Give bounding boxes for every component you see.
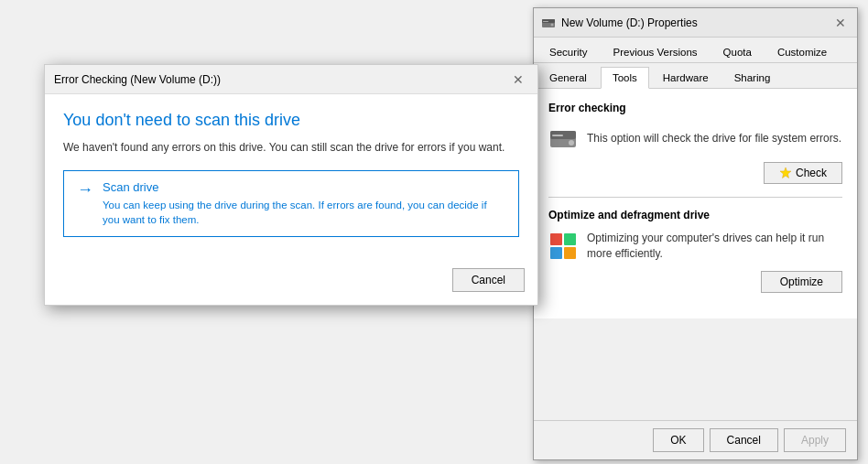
divider-1 [548,197,842,198]
error-check-button-row: Check [548,162,842,184]
properties-titlebar: New Volume (D:) Properties ✕ [534,8,857,38]
scan-drive-description: You can keep using the drive during the … [103,198,505,227]
tab-previous-versions[interactable]: Previous Versions [602,41,710,62]
svg-marker-8 [780,167,791,178]
dialog-description: We haven't found any errors on this driv… [63,139,519,156]
svg-rect-7 [552,135,563,136]
scan-drive-title: Scan drive [103,180,505,194]
error-check-drive-icon [548,124,578,153]
error-checking-description: This option will check the drive for fil… [587,131,842,146]
svg-point-2 [551,23,554,26]
optimize-row: Optimizing your computer's drives can he… [548,231,842,262]
properties-window-title: New Volume (D:) Properties [561,16,698,29]
apply-button[interactable]: Apply [784,428,846,452]
tab-security[interactable]: Security [537,41,600,62]
tab-quota[interactable]: Quota [711,41,764,62]
tab-customize[interactable]: Customize [765,41,839,62]
tab-sharing[interactable]: Sharing [722,67,783,88]
dialog-title: Error Checking (New Volume (D:)) [54,73,221,86]
properties-close-button[interactable]: ✕ [831,14,850,32]
dialog-footer: Cancel [45,263,537,305]
drive-title-icon [541,16,556,30]
scan-text-block: Scan drive You can keep using the drive … [103,180,505,227]
tabs-row-1: Security Previous Versions Quota Customi… [534,38,857,63]
svg-rect-12 [564,247,576,259]
tools-tab-content: Error checking This option will check th… [534,89,857,318]
optimize-description: Optimizing your computer's drives can he… [587,231,842,262]
tab-general[interactable]: General [537,67,599,88]
error-checking-row: This option will check the drive for fil… [548,124,842,153]
dialog-body: You don't need to scan this drive We hav… [45,94,537,263]
titlebar-left: New Volume (D:) Properties [541,16,698,30]
tab-tools[interactable]: Tools [601,67,649,89]
scan-arrow-icon: → [77,181,93,198]
svg-rect-9 [550,233,562,245]
error-checking-dialog: Error Checking (New Volume (D:)) ✕ You d… [44,64,538,306]
optimize-button-row: Optimize [548,271,842,293]
optimize-label: Optimize and defragment drive [548,209,842,221]
tabs-row-2: General Tools Hardware Sharing [534,63,857,89]
tab-hardware[interactable]: Hardware [651,67,721,88]
svg-rect-11 [550,247,562,259]
dialog-cancel-button[interactable]: Cancel [452,268,525,292]
dialog-titlebar: Error Checking (New Volume (D:)) ✕ [45,65,537,94]
check-shield-icon [779,167,792,179]
optimize-button[interactable]: Optimize [761,271,842,293]
svg-point-6 [569,140,574,146]
check-button[interactable]: Check [764,162,842,184]
cancel-button[interactable]: Cancel [710,428,778,452]
scan-drive-option[interactable]: → Scan drive You can keep using the driv… [63,170,519,237]
ok-button[interactable]: OK [653,428,703,452]
properties-footer: OK Cancel Apply [534,420,857,459]
defrag-icon [548,232,578,261]
dialog-heading: You don't need to scan this drive [63,111,519,130]
dialog-close-button[interactable]: ✕ [508,70,528,90]
svg-rect-3 [543,21,548,22]
error-checking-label: Error checking [548,102,842,114]
properties-window: New Volume (D:) Properties ✕ Security Pr… [533,7,858,460]
svg-rect-10 [564,233,576,245]
